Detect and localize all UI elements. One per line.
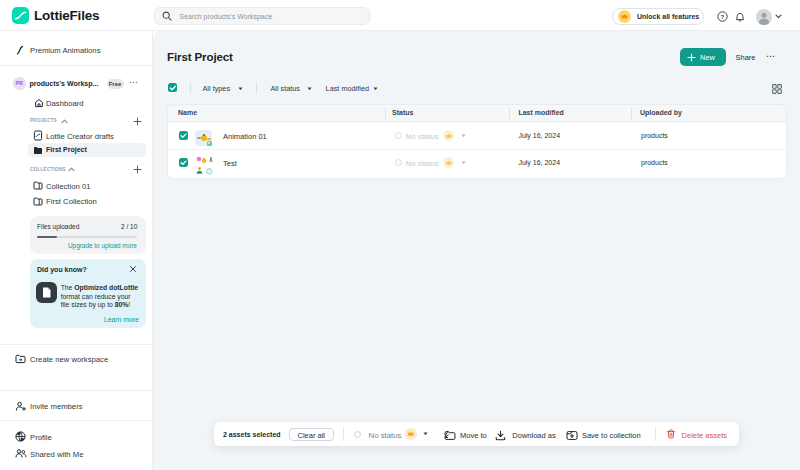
svg-text:?: ?	[721, 13, 725, 20]
